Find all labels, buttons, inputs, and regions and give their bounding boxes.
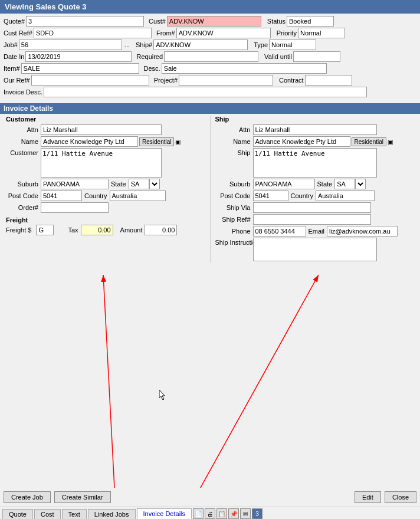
validuntil-field[interactable] [293, 51, 340, 62]
create-job-button[interactable]: Create Job [4, 491, 51, 503]
ship-country-label: Country [291, 192, 314, 199]
validuntil-label: Valid until [264, 53, 292, 60]
ship-instructions-row: Ship Instructions [215, 238, 415, 261]
customer-suburb-row: Suburb State [6, 179, 205, 189]
freight-tax-field[interactable] [81, 225, 113, 235]
title-bar: Viewing Sales Quote 3 [0, 0, 420, 14]
desc-field[interactable] [162, 63, 327, 74]
datein-field[interactable] [25, 51, 132, 62]
customer-state-select[interactable] [149, 179, 160, 189]
invoice-content: Customer Attn Name Residential ▣ [0, 116, 420, 262]
from-field[interactable] [176, 28, 271, 38]
form-row-2: Cust Ref# From# Priority [4, 28, 416, 38]
form-row-1: Quote# Cust# Status [4, 16, 416, 27]
ship-postcode-label: Post Code [215, 192, 251, 199]
customer-header: Customer [6, 116, 205, 123]
invoice-details-title: Invoice Details [4, 104, 53, 113]
job-label: Job# [4, 41, 18, 48]
ship-suburb-label: Suburb [215, 180, 251, 188]
customer-address-field[interactable]: 1/11 Hattie Avenue [41, 148, 162, 178]
customer-suburb-label: Suburb [6, 180, 38, 188]
tab-count-badge: 3 [252, 508, 262, 519]
ourref-label: Our Ref# [4, 77, 30, 84]
ship-state-field[interactable] [334, 179, 355, 189]
ship-email-field[interactable] [327, 226, 398, 236]
tab-text[interactable]: Text [62, 509, 87, 519]
tab-icon-print[interactable]: 🖨 [205, 508, 215, 519]
tab-icon-email[interactable]: ✉ [240, 508, 251, 519]
tab-linked-jobs[interactable]: Linked Jobs [88, 509, 136, 519]
freight-row: Freight $ Tax Amount [6, 225, 205, 235]
tab-invoice-details[interactable]: Invoice Details [137, 508, 192, 519]
status-label: Status [267, 18, 286, 25]
ship-label: Ship# [136, 41, 152, 48]
create-similar-button[interactable]: Create Similar [54, 491, 111, 503]
ship-ref-field[interactable] [253, 214, 371, 225]
tab-cost[interactable]: Cost [34, 509, 61, 519]
job-field[interactable] [19, 40, 122, 50]
ship-postcode-field[interactable] [253, 190, 288, 201]
ship-address-field[interactable]: 1/11 Hattie Avenue [253, 148, 377, 178]
ship-phone-field[interactable] [253, 226, 306, 236]
customer-state-field[interactable] [129, 179, 149, 189]
priority-field[interactable] [298, 28, 345, 38]
customer-postcode-label: Post Code [6, 192, 38, 199]
tab-quote[interactable]: Quote [2, 509, 33, 519]
custref-field[interactable] [34, 28, 152, 38]
freight-amount-label: Amount [120, 226, 143, 234]
freight-dollar-label: Freight $ [6, 226, 31, 234]
form-row-7: Invoice Desc. [4, 87, 416, 97]
customer-order-label: Order# [6, 204, 38, 211]
quote-field[interactable] [26, 16, 144, 27]
ship-name-field[interactable] [253, 136, 350, 147]
item-label: Item# [4, 65, 20, 72]
ship-via-field[interactable] [253, 202, 371, 213]
status-field[interactable] [287, 16, 334, 27]
invoicedesc-label: Invoice Desc. [4, 88, 42, 96]
main-content: Invoice Details Customer Attn Name [0, 101, 420, 488]
project-field[interactable] [179, 75, 273, 86]
custref-label: Cust Ref# [4, 29, 32, 37]
customer-postcode-field[interactable] [41, 190, 82, 201]
edit-button[interactable]: Edit [355, 491, 381, 503]
invoicedesc-field[interactable] [44, 87, 367, 97]
freight-tax-label: Tax [68, 226, 78, 234]
type-field[interactable] [269, 40, 316, 50]
ship-instructions-field[interactable] [253, 238, 377, 261]
from-label: From# [156, 29, 175, 37]
form-row-4: Date In Required Valid until [4, 51, 416, 62]
customer-attn-row: Attn [6, 124, 205, 135]
cust-field[interactable] [167, 16, 261, 27]
freight-amount-field[interactable] [145, 225, 177, 235]
ship-postcode-row: Post Code Country [215, 190, 415, 201]
tab-icon-copy[interactable]: 📋 [216, 508, 227, 519]
ship-suburb-field[interactable] [253, 179, 315, 189]
freight-taxcode-field[interactable] [36, 225, 54, 235]
customer-state-label: State [111, 180, 126, 188]
tab-icon-paste[interactable]: 📌 [228, 508, 239, 519]
customer-suburb-field[interactable] [41, 179, 109, 189]
ship-field[interactable] [153, 40, 248, 50]
ship-country-field[interactable] [316, 190, 375, 201]
required-field[interactable] [164, 51, 258, 62]
form-row-3: Job# ... Ship# Type [4, 40, 416, 50]
customer-attn-field[interactable] [41, 124, 162, 135]
svg-line-1 [103, 275, 118, 488]
item-field[interactable] [21, 63, 139, 74]
ship-residential-btn[interactable]: Residential [352, 137, 386, 146]
contract-field[interactable] [305, 75, 352, 86]
customer-order-field[interactable] [41, 202, 109, 213]
tab-bar: Quote Cost Text Linked Jobs Invoice Deta… [0, 507, 420, 519]
ship-state-select[interactable] [355, 179, 366, 189]
customer-name-field[interactable] [41, 136, 138, 147]
customer-addr-label: Customer [6, 149, 38, 156]
ourref-field[interactable] [31, 75, 149, 86]
tab-icon-doc[interactable]: 📄 [193, 508, 204, 519]
contract-label: Contract [279, 77, 304, 84]
close-button[interactable]: Close [385, 491, 416, 503]
cust-label: Cust# [149, 18, 166, 25]
ship-attn-field[interactable] [253, 124, 377, 135]
customer-residential-btn[interactable]: Residential [139, 137, 174, 146]
ship-attn-row: Attn [215, 124, 415, 135]
customer-country-field[interactable] [110, 190, 166, 201]
